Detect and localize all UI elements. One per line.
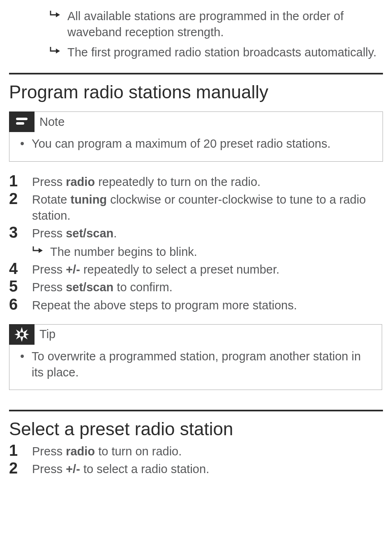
bullet-icon: •: [20, 348, 32, 381]
step-bold: radio: [66, 175, 95, 188]
step-number: 6: [9, 297, 32, 313]
step-number: 3: [9, 225, 32, 260]
step-number: 2: [9, 191, 32, 224]
step-item: 2 Rotate tuning clockwise or counter-clo…: [9, 191, 383, 224]
select-steps: 1 Press radio to turn on radio. 2 Press …: [9, 443, 383, 477]
note-body: • You can program a maximum of 20 preset…: [9, 136, 383, 161]
step-post: to select a radio station.: [80, 462, 209, 476]
step-item: 1 Press radio repeatedly to turn on the …: [9, 173, 383, 190]
step-item: 6 Repeat the above steps to program more…: [9, 297, 383, 313]
tip-icon: [9, 324, 35, 345]
step-bold: +/-: [66, 263, 80, 276]
result-arrow-icon: [49, 8, 67, 40]
manual-steps: 1 Press radio repeatedly to turn on the …: [9, 173, 383, 313]
svg-rect-0: [16, 118, 28, 120]
step-number: 1: [9, 443, 32, 460]
step-bold: +/-: [66, 462, 80, 476]
section-title-manual: Program radio stations manually: [9, 82, 383, 102]
step-bold: set/scan: [66, 281, 113, 294]
step-item: 3 Press set/scan. The number begins to b…: [9, 225, 383, 260]
note-text: You can program a maximum of 20 preset r…: [32, 136, 331, 152]
step-post: repeatedly to select a preset number.: [80, 263, 279, 276]
note-callout: Note • You can program a maximum of 20 p…: [9, 111, 383, 161]
tip-body: • To overwrite a programmed station, pro…: [9, 348, 382, 390]
section-divider: [9, 73, 383, 74]
step-item: 1 Press radio to turn on radio.: [9, 443, 383, 460]
step-text: Press +/- repeatedly to select a preset …: [32, 261, 279, 278]
svg-rect-1: [16, 122, 24, 125]
result-arrow-icon: [49, 44, 67, 60]
step-text: Press +/- to select a radio station.: [32, 460, 209, 477]
section-title-select: Select a preset radio station: [9, 419, 383, 439]
step-result-text: The number begins to blink.: [50, 244, 197, 260]
step-post: to turn on radio.: [95, 445, 182, 458]
result-item: All available stations are programmed in…: [49, 8, 383, 40]
step-pre: Press: [32, 175, 66, 188]
tip-callout: Tip • To overwrite a programmed station,…: [9, 324, 382, 390]
step-item: 4 Press +/- repeatedly to select a prese…: [9, 261, 383, 278]
step-text: Press radio to turn on radio.: [32, 443, 182, 460]
note-item: • You can program a maximum of 20 preset…: [20, 136, 375, 152]
result-arrow-icon: [32, 244, 50, 260]
tip-text: To overwrite a programmed station, progr…: [32, 348, 374, 381]
step-pre: Press: [32, 445, 66, 458]
step-pre: Press: [32, 227, 66, 240]
step-text: Press set/scan to confirm.: [32, 278, 173, 295]
step-number: 2: [9, 460, 32, 477]
bullet-icon: •: [20, 136, 32, 152]
step-pre: Press: [32, 462, 66, 476]
step-pre: Press: [32, 263, 66, 276]
step-number: 4: [9, 261, 32, 278]
step-item: 2 Press +/- to select a radio station.: [9, 460, 383, 477]
step-pre: Press: [32, 281, 66, 294]
step-text: Press set/scan. The number begins to bli…: [32, 225, 197, 260]
step-pre: Repeat the above steps to program more s…: [32, 299, 297, 312]
step-pre: Rotate: [32, 193, 71, 206]
tip-item: • To overwrite a programmed station, pro…: [20, 348, 374, 381]
step-post: .: [113, 227, 117, 240]
result-text: All available stations are programmed in…: [67, 8, 383, 40]
step-item: 5 Press set/scan to confirm.: [9, 278, 383, 295]
result-text: The first programed radio station broadc…: [67, 44, 376, 60]
step-text: Press radio repeatedly to turn on the ra…: [32, 173, 261, 190]
step-number: 1: [9, 173, 32, 190]
callout-header: Note: [9, 111, 382, 132]
callout-header: Tip: [9, 324, 381, 345]
step-post: to confirm.: [113, 281, 172, 294]
note-icon: [9, 111, 35, 132]
step-text: Rotate tuning clockwise or counter-clock…: [32, 191, 383, 224]
step-bold: tuning: [71, 193, 107, 206]
result-item: The first programed radio station broadc…: [49, 44, 383, 60]
step-bold: set/scan: [66, 227, 113, 240]
step-bold: radio: [66, 445, 95, 458]
intro-result-list: All available stations are programmed in…: [9, 8, 383, 60]
tip-label: Tip: [39, 327, 55, 341]
step-text: Repeat the above steps to program more s…: [32, 297, 297, 313]
step-number: 5: [9, 278, 32, 295]
step-post: repeatedly to turn on the radio.: [95, 175, 261, 188]
section-select: Select a preset radio station 1 Press ra…: [9, 410, 383, 477]
section-divider: [9, 410, 383, 411]
note-label: Note: [39, 115, 65, 129]
document-page: All available stations are programmed in…: [0, 0, 392, 486]
step-result: The number begins to blink.: [32, 244, 197, 260]
